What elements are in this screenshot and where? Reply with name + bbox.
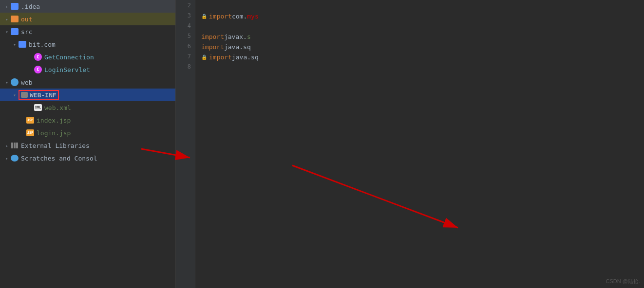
line-numbers: 2 3 4 5 6 7 8 bbox=[176, 0, 195, 288]
line-num-8: 8 bbox=[176, 61, 195, 72]
tree-item-web[interactable]: web bbox=[0, 76, 175, 89]
code-line-6: import java.sq bbox=[201, 42, 639, 52]
lock-icon-7: 🔒 bbox=[201, 54, 207, 60]
import-value-6: java.sq bbox=[224, 43, 251, 51]
file-tree-panel: .idea out src bit.com C GetConnection C … bbox=[0, 0, 175, 288]
file-icon-indexjsp: JSP bbox=[26, 117, 34, 124]
svg-rect-1 bbox=[14, 143, 16, 148]
import-red-3: mys bbox=[247, 13, 258, 20]
tree-item-indexjsp[interactable]: JSP index.jsp bbox=[0, 114, 175, 126]
line-num-4: 4 bbox=[176, 20, 195, 31]
watermark: CSDN @陆拾. bbox=[606, 278, 640, 285]
libs-icon bbox=[11, 142, 19, 149]
file-icon-webxml: XML bbox=[34, 104, 42, 111]
label-loginjsp: login.jsp bbox=[37, 129, 71, 137]
code-line-7: 🔒 import java.sq bbox=[201, 52, 639, 62]
tree-item-loginjsp[interactable]: JSP login.jsp bbox=[0, 126, 175, 139]
line-num-7: 7 bbox=[176, 51, 195, 61]
folder-icon-webinf bbox=[21, 92, 28, 98]
tree-item-out[interactable]: out bbox=[0, 13, 175, 25]
svg-rect-0 bbox=[11, 143, 13, 148]
import-value-3: com. bbox=[232, 13, 247, 20]
label-bitcom: bit.com bbox=[29, 41, 56, 48]
arrow-scratches bbox=[3, 154, 11, 162]
keyword-import-6: import bbox=[201, 43, 224, 51]
label-loginservlet: LoginServlet bbox=[44, 66, 90, 73]
folder-icon-web bbox=[11, 78, 19, 86]
keyword-import-3: import bbox=[209, 13, 232, 20]
arrow-src bbox=[3, 28, 11, 36]
tree-item-src[interactable]: src bbox=[0, 25, 175, 38]
file-icon-loginjsp: JSP bbox=[26, 129, 34, 136]
code-editor-panel: 2 3 4 5 6 7 8 🔒 import com.mys import ja… bbox=[175, 0, 644, 288]
arrow-bitcom bbox=[11, 40, 19, 48]
tree-item-webinf[interactable]: WEB-INF bbox=[0, 89, 175, 101]
label-webxml: web.xml bbox=[44, 104, 71, 111]
line-num-5: 5 bbox=[176, 31, 195, 41]
code-line-2 bbox=[201, 1, 639, 11]
label-out: out bbox=[21, 16, 32, 23]
arrow-idea bbox=[3, 2, 11, 10]
line-num-6: 6 bbox=[176, 41, 195, 51]
lock-icon-3: 🔒 bbox=[201, 14, 207, 19]
webinf-highlight-box: WEB-INF bbox=[19, 90, 59, 100]
svg-rect-2 bbox=[16, 143, 18, 148]
label-web: web bbox=[21, 79, 32, 86]
folder-icon-src bbox=[11, 28, 19, 35]
folder-icon-idea bbox=[11, 3, 19, 10]
folder-icon-out bbox=[11, 16, 19, 22]
arrow-extlibs bbox=[3, 142, 11, 149]
tree-item-webxml[interactable]: XML web.xml bbox=[0, 101, 175, 114]
code-line-8 bbox=[201, 62, 639, 72]
code-line-5: import javax.s bbox=[201, 32, 639, 42]
arrow-webinf bbox=[11, 91, 19, 99]
import-value-7: java.sq bbox=[232, 54, 259, 61]
label-indexjsp: index.jsp bbox=[37, 117, 71, 124]
scratches-icon bbox=[11, 155, 19, 162]
code-line-4 bbox=[201, 21, 639, 32]
import-green-5: s bbox=[247, 33, 251, 40]
class-icon-getconn: C bbox=[34, 53, 42, 61]
label-extlibs: External Libraries bbox=[21, 142, 90, 149]
tree-item-getconn[interactable]: C GetConnection bbox=[0, 51, 175, 63]
label-idea: .idea bbox=[21, 3, 40, 10]
code-content: 🔒 import com.mys import javax.s import j… bbox=[196, 0, 644, 288]
arrow-web bbox=[3, 78, 11, 86]
code-line-3: 🔒 import com.mys bbox=[201, 11, 639, 21]
tree-item-bitcom[interactable]: bit.com bbox=[0, 38, 175, 51]
label-src: src bbox=[21, 28, 32, 36]
line-num-2: 2 bbox=[176, 0, 195, 10]
tree-item-extlibs[interactable]: External Libraries bbox=[0, 139, 175, 152]
tree-item-loginservlet[interactable]: C LoginServlet bbox=[0, 63, 175, 76]
arrow-out bbox=[3, 15, 11, 23]
import-value-5: javax. bbox=[224, 33, 247, 40]
line-num-3: 3 bbox=[176, 10, 195, 20]
keyword-import-7: import bbox=[209, 54, 232, 61]
keyword-import-5: import bbox=[201, 33, 224, 40]
class-icon-loginservlet: C bbox=[34, 66, 42, 73]
tree-item-scratches[interactable]: Scratches and Consol bbox=[0, 152, 175, 164]
label-webinf: WEB-INF bbox=[30, 91, 57, 99]
label-getconn: GetConnection bbox=[44, 54, 94, 61]
tree-item-idea[interactable]: .idea bbox=[0, 0, 175, 13]
label-scratches: Scratches and Consol bbox=[21, 155, 97, 162]
folder-icon-bitcom bbox=[19, 41, 26, 48]
